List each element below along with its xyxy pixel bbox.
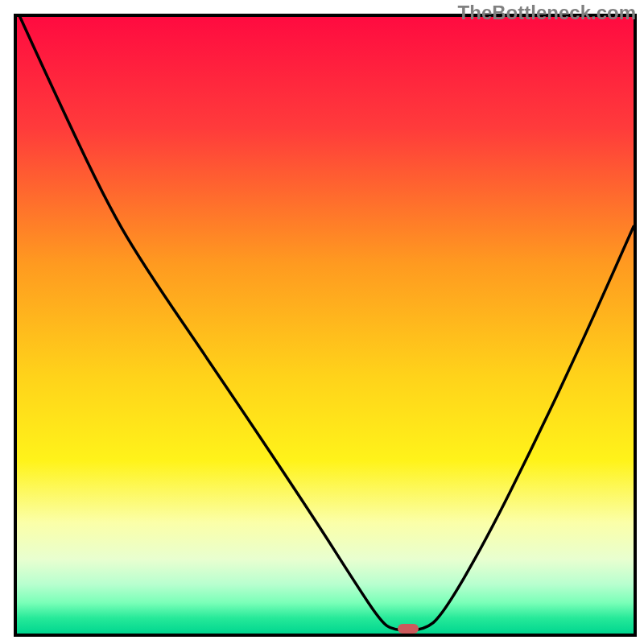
curve-svg (17, 17, 634, 634)
chart-container: TheBottleneck.com (0, 0, 644, 644)
plot-area (14, 14, 637, 637)
bottleneck-curve (20, 17, 634, 630)
watermark-text: TheBottleneck.com (458, 2, 636, 24)
optimal-marker (398, 624, 419, 634)
